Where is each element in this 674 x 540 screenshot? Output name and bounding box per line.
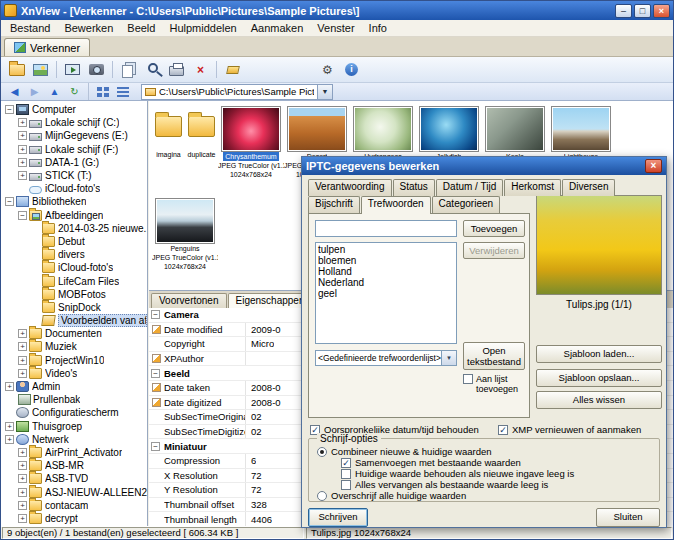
menu-bewerken[interactable]: Bewerken <box>57 21 120 35</box>
clear-all-button[interactable]: Alles wissen <box>536 391 662 409</box>
dialog-tab-herkomst[interactable]: Herkomst <box>504 179 561 196</box>
menu-venster[interactable]: Venster <box>310 21 361 35</box>
plus-expander-icon[interactable]: + <box>18 329 27 338</box>
plus-expander-icon[interactable]: + <box>18 501 27 510</box>
tree-item-netwerk[interactable]: +Netwerk <box>1 433 147 446</box>
dialog-tab-verantwoording[interactable]: Verantwoording <box>308 179 392 196</box>
dialog-tab-bijschrift[interactable]: Bijschrift <box>308 196 360 213</box>
plus-expander-icon[interactable]: + <box>5 422 14 431</box>
thumbnail-imagina[interactable]: imagina <box>152 104 185 196</box>
open-text-file-button[interactable]: Open tekstbestand <box>463 342 525 370</box>
plus-expander-icon[interactable]: + <box>18 448 27 457</box>
tree-item-voorbeelden-van-af[interactable]: Voorbeelden van af... <box>1 314 147 327</box>
menu-beeld[interactable]: Beeld <box>120 21 162 35</box>
tree-item-bibliotheken[interactable]: −Bibliotheken <box>1 195 147 208</box>
settings-button[interactable]: ⚙ <box>316 59 339 81</box>
maximize-button[interactable]: □ <box>634 4 651 18</box>
save-template-button[interactable]: Sjabloon opslaan... <box>536 369 662 387</box>
tree-item-asj-nieuw-alleen20120[interactable]: +ASJ-NIEUW-ALLEEN20120... <box>1 485 147 498</box>
dialog-titlebar[interactable]: IPTC-gegevens bewerken × <box>302 157 666 175</box>
keyword-item-holland[interactable]: Holland <box>318 266 454 277</box>
minus-expander-icon[interactable]: − <box>151 442 160 451</box>
tree-item-mobfotos[interactable]: MOBFotos <box>1 288 147 301</box>
plus-expander-icon[interactable]: + <box>18 131 27 140</box>
add-keyword-button[interactable]: Toevoegen <box>463 220 525 237</box>
viewer-button[interactable] <box>29 59 52 81</box>
plus-expander-icon[interactable]: + <box>5 382 14 391</box>
tree-item-configuratiescherm[interactable]: Configuratiescherm <box>1 406 147 419</box>
tree-item-prullenbak[interactable]: Prullenbak <box>1 393 147 406</box>
checkbox-icon[interactable]: ✓ <box>341 458 351 468</box>
dialog-tab-trefwoorden[interactable]: Trefwoorden <box>361 196 431 214</box>
menu-aanmaken[interactable]: Aanmaken <box>244 21 311 35</box>
tree-item-lokale-schijf-f[interactable]: +Lokale schijf (F:) <box>1 143 147 156</box>
back-button[interactable]: ◀ <box>5 84 24 100</box>
address-bar[interactable]: C:\Users\Public\Pictures\Sample Pictures… <box>141 84 333 100</box>
tree-item-decrypt[interactable]: +decrypt <box>1 512 147 525</box>
tag-button[interactable] <box>221 59 244 81</box>
keyword-input[interactable] <box>315 220 457 237</box>
plus-expander-icon[interactable]: + <box>18 514 27 523</box>
capture-button[interactable] <box>85 59 108 81</box>
tree-item-contacam[interactable]: +contacam <box>1 499 147 512</box>
tree-item-lokale-schijf-c[interactable]: +Lokale schijf (C:) <box>1 116 147 129</box>
keyword-item-tulpen[interactable]: tulpen <box>318 244 454 255</box>
close-button[interactable]: × <box>653 4 670 18</box>
address-dropdown-button[interactable]: ▼ <box>317 85 332 99</box>
tree-item-documenten[interactable]: +Documenten <box>1 327 147 340</box>
close-button[interactable]: Sluiten <box>596 508 660 527</box>
dialog-tab-categorieen[interactable]: Categorieen <box>432 196 500 213</box>
tree-item-2014-03-25-nieuwe[interactable]: 2014-03-25 nieuwe... <box>1 222 147 235</box>
view-list-button[interactable] <box>113 84 132 100</box>
tree-item-asb-mr[interactable]: +ASB-MR <box>1 459 147 472</box>
write-button[interactable]: Schrijven <box>308 508 368 527</box>
search-files-button[interactable] <box>141 59 164 81</box>
thumbnail-chrysanthemum[interactable]: ChrysanthemumJPEG TrueColor (v1.1)1024x7… <box>218 104 284 196</box>
plus-expander-icon[interactable]: + <box>18 461 27 470</box>
predefined-keywords-combo[interactable]: <Gedefinieerde trefwoordenlijst> ▼ <box>315 350 457 366</box>
menu-hulpmiddelen[interactable]: Hulpmiddelen <box>162 21 243 35</box>
radio-icon[interactable] <box>317 447 327 457</box>
plus-expander-icon[interactable]: + <box>18 369 27 378</box>
minus-expander-icon[interactable]: − <box>5 105 14 114</box>
load-template-button[interactable]: Sjabloon laden... <box>536 345 662 363</box>
tree-item-afbeeldingen[interactable]: −Afbeeldingen <box>1 209 147 222</box>
window-titlebar[interactable]: XnView - [Verkenner - C:\Users\Public\Pi… <box>1 1 673 20</box>
plus-expander-icon[interactable]: + <box>18 356 27 365</box>
plus-expander-icon[interactable]: + <box>18 171 27 180</box>
radio-icon[interactable] <box>317 491 327 501</box>
tree-item-icloud-foto-s[interactable]: iCloud-foto's <box>1 261 147 274</box>
refresh-button[interactable]: ↻ <box>65 84 84 100</box>
dialog-tab-datum-tijd[interactable]: Datum / Tijd <box>436 179 503 196</box>
slideshow-button[interactable] <box>61 59 84 81</box>
checkbox-icon[interactable] <box>341 469 351 479</box>
remove-keyword-button[interactable]: Verwijderen <box>463 242 525 259</box>
tree-item-icloud-foto-s[interactable]: iCloud-foto's <box>1 182 147 195</box>
plus-expander-icon[interactable]: + <box>18 474 27 483</box>
info-button[interactable]: i <box>340 59 363 81</box>
tree-item-debut[interactable]: Debut <box>1 235 147 248</box>
add-to-list-checkbox[interactable] <box>463 374 473 384</box>
convert-button[interactable] <box>117 59 140 81</box>
tab-verkenner[interactable]: Verkenner <box>4 38 90 56</box>
minus-expander-icon[interactable]: − <box>18 211 27 220</box>
minus-expander-icon[interactable]: − <box>151 310 160 319</box>
plus-expander-icon[interactable]: + <box>18 342 27 351</box>
tree-item-mijngegevens-e[interactable]: +MijnGegevens (E:) <box>1 129 147 142</box>
tree-item-data-1-g[interactable]: +DATA-1 (G:) <box>1 156 147 169</box>
combo-arrow-icon[interactable]: ▼ <box>441 351 456 365</box>
print-button[interactable] <box>165 59 188 81</box>
tree-item-stick-t[interactable]: +STICK (T:) <box>1 169 147 182</box>
delete-button[interactable]: × <box>189 59 212 81</box>
tree-item-divers[interactable]: divers <box>1 248 147 261</box>
tree-item-computer[interactable]: −Computer <box>1 103 147 116</box>
minimize-button[interactable]: – <box>615 4 632 18</box>
tree-item-lifecam-files[interactable]: LifeCam Files <box>1 274 147 287</box>
tree-item-asb-tvd[interactable]: +ASB-TVD <box>1 472 147 485</box>
tree-item-snipdock[interactable]: SnipDock <box>1 301 147 314</box>
keyword-item-nederland[interactable]: Nederland <box>318 277 454 288</box>
properties-tab-voorvertonen[interactable]: Voorvertonen <box>151 293 227 308</box>
dialog-tab-status[interactable]: Status <box>393 179 435 196</box>
view-thumbs-button[interactable] <box>93 84 112 100</box>
forward-button[interactable]: ▶ <box>25 84 44 100</box>
